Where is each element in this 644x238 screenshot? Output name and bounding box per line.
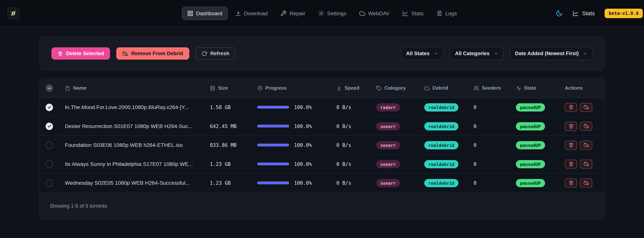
torrent-progress-cell: 100.0%: [257, 142, 336, 148]
chevron-down-icon: [583, 51, 588, 56]
row-checkbox[interactable]: [46, 123, 53, 130]
wrench-icon: [280, 10, 287, 17]
delete-selected-label: Delete Selected: [66, 51, 104, 56]
torrent-seeders: 0: [474, 123, 516, 129]
nav-item-repair[interactable]: Repair: [275, 7, 311, 20]
column-header-progress[interactable]: Progress: [257, 85, 336, 91]
row-checkbox[interactable]: [46, 179, 53, 187]
torrent-name-cell: Wednesday S02E05 1080p WEB H264-Successf…: [65, 180, 210, 186]
row-checkbox[interactable]: [46, 103, 53, 111]
nav-item-label: Dashboard: [196, 10, 222, 17]
torrent-seeders: 0: [474, 180, 516, 186]
column-header-size[interactable]: Size: [210, 85, 257, 91]
cloud-icon: [359, 10, 365, 17]
remove-from-debrid-button[interactable]: Remove From Debrid: [116, 47, 189, 60]
logs-icon: [436, 10, 442, 17]
trash-icon: [568, 104, 574, 110]
nav-item-label: Logs: [445, 10, 457, 17]
activity-icon: [516, 85, 521, 91]
check-icon: [47, 124, 52, 129]
chart-icon: [573, 10, 579, 16]
torrent-speed: 0 B/s: [336, 104, 376, 110]
cloud-slash-icon: [584, 180, 589, 185]
minus-icon: [47, 86, 52, 90]
users-icon: [474, 85, 479, 91]
torrent-category-cell: sonarr: [376, 179, 424, 187]
cloud-slash-icon: [122, 51, 128, 56]
nav-item-label: Download: [244, 10, 268, 17]
progress-bar: [257, 163, 289, 165]
column-header-debrid[interactable]: Debrid: [424, 85, 474, 91]
progress-percent: 100.0%: [294, 104, 312, 110]
table-row: Foundation S03E06 1080p WEB h264-ETHEL.i…: [40, 136, 604, 155]
nav-item-logs[interactable]: Logs: [431, 7, 462, 20]
state-filter-select[interactable]: All States: [401, 47, 444, 60]
state-badge: pausedUP: [516, 122, 545, 130]
select-all-checkbox[interactable]: [46, 84, 53, 92]
delete-selected-button[interactable]: Delete Selected: [51, 47, 110, 60]
progress-percent: 100.0%: [294, 123, 312, 129]
theme-toggle-moon-icon[interactable]: [556, 10, 563, 17]
column-header-speed[interactable]: Speed: [336, 85, 376, 91]
progress-bar: [257, 182, 289, 184]
torrent-category-cell: sonarr: [376, 160, 424, 168]
row-checkbox[interactable]: [46, 141, 53, 149]
filter-group: All States All Categories Date Added (Ne…: [401, 47, 593, 60]
trash-icon: [568, 142, 574, 148]
column-header-category[interactable]: Category: [376, 85, 424, 91]
torrent-state-cell: pausedUP: [516, 179, 565, 187]
refresh-button[interactable]: Refresh: [196, 47, 236, 60]
row-checkbox[interactable]: [46, 160, 53, 168]
nav-item-download[interactable]: Download: [230, 7, 273, 20]
remove-from-debrid-row-button[interactable]: [580, 141, 592, 150]
remove-from-debrid-row-button[interactable]: [580, 122, 592, 131]
remove-from-debrid-row-button[interactable]: [580, 160, 592, 169]
torrent-name-cell: Its Always Sunny in Philadelphia S17E07 …: [65, 161, 210, 167]
remove-from-debrid-row-button[interactable]: [580, 178, 592, 187]
stats-link[interactable]: Stats: [573, 10, 595, 16]
sort-select[interactable]: Date Added (Newest First): [510, 47, 593, 60]
toolbar: Delete Selected Remove From Debrid Refre…: [40, 36, 605, 71]
delete-torrent-button[interactable]: [565, 141, 577, 150]
cloud-slash-icon: [584, 104, 589, 110]
delete-torrent-button[interactable]: [565, 160, 577, 169]
debrid-badge: realdebrid: [424, 179, 458, 187]
torrent-state-cell: pausedUP: [516, 103, 565, 111]
column-header-name[interactable]: Name: [65, 85, 210, 91]
torrent-speed: 0 B/s: [336, 142, 376, 148]
column-header-label: Size: [218, 85, 228, 91]
navbar-right: Stats beta-v1.0.6: [556, 9, 643, 18]
app-logo[interactable]: D: [7, 7, 19, 19]
delete-torrent-button[interactable]: [565, 103, 577, 112]
category-filter-select[interactable]: All Categories: [450, 47, 504, 60]
table-footer-text: Showing 1-5 of 5 torrents: [50, 203, 107, 209]
torrent-progress-cell: 100.0%: [257, 104, 336, 110]
nav-item-settings[interactable]: Settings: [313, 7, 352, 20]
column-header-label: Seeders: [482, 85, 501, 91]
check-icon: [47, 105, 52, 109]
delete-torrent-button[interactable]: [565, 178, 577, 187]
torrent-debrid-cell: realdebrid: [424, 179, 474, 187]
version-badge: beta-v1.0.6: [605, 9, 643, 18]
progress-bar: [257, 106, 289, 109]
column-header-label: Actions: [565, 85, 583, 91]
state-filter-value: All States: [406, 51, 430, 56]
nav-item-dashboard[interactable]: Dashboard: [182, 7, 228, 20]
torrent-category-cell: radarr: [376, 103, 424, 111]
category-badge: sonarr: [376, 122, 400, 130]
remove-from-debrid-label: Remove From Debrid: [131, 51, 183, 56]
nav-item-webdav[interactable]: WebDAV: [354, 7, 395, 20]
remove-from-debrid-row-button[interactable]: [580, 103, 592, 112]
column-header-label: Progress: [266, 85, 287, 91]
refresh-label: Refresh: [210, 51, 229, 56]
nav-item-stats[interactable]: Stats: [397, 7, 429, 20]
pie-icon: [257, 85, 262, 91]
column-header-state[interactable]: State: [516, 85, 565, 91]
download-icon: [336, 85, 342, 91]
column-header-seeders[interactable]: Seeders: [474, 85, 516, 91]
progress-percent: 100.0%: [294, 142, 312, 148]
delete-torrent-button[interactable]: [565, 122, 577, 131]
column-header-label: Debrid: [432, 85, 448, 91]
main-nav: DashboardDownloadRepairSettingsWebDAVSta…: [182, 0, 462, 27]
chevron-down-icon: [494, 51, 498, 56]
